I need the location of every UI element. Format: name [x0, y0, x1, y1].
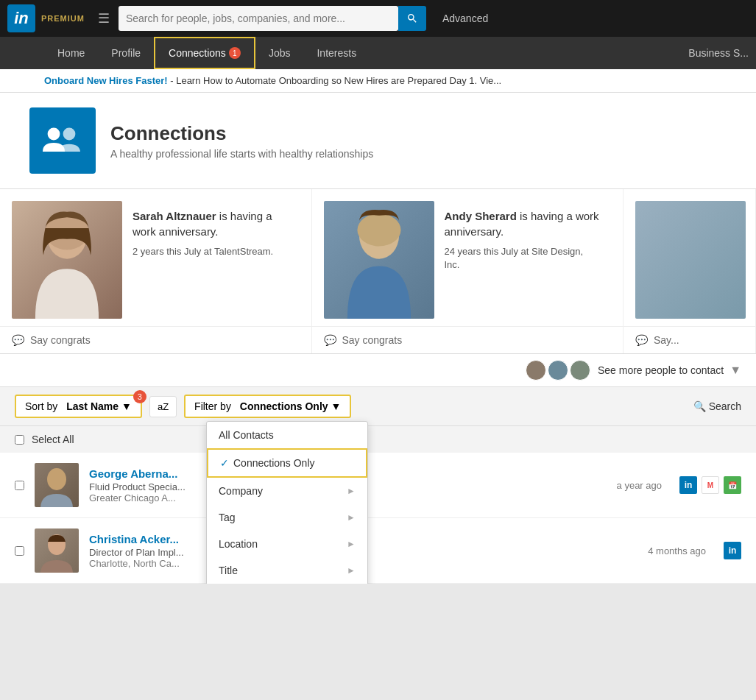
linkedin-logo-text: in	[14, 9, 29, 28]
george-silhouette	[35, 463, 79, 507]
contact-checkbox-2[interactable]	[15, 546, 24, 556]
svg-point-6	[47, 468, 66, 490]
andy-photo	[324, 201, 434, 319]
menu-item-title[interactable]: Title ►	[207, 557, 367, 584]
nav-connections[interactable]: Connections 1	[154, 37, 255, 69]
filter-label: Filter by	[194, 400, 231, 412]
christina-icons: in	[724, 542, 741, 559]
secondary-nav: Home Profile Connections 1 Jobs Interest…	[0, 37, 756, 69]
connections-title: Connections	[110, 122, 373, 145]
svg-point-0	[48, 128, 60, 141]
george-time: a year ago	[617, 480, 662, 491]
linkedin-logo: in	[7, 4, 35, 32]
top-nav: in PREMIUM ☰ Advanced	[0, 0, 756, 37]
premium-label: PREMIUM	[41, 14, 85, 23]
connections-subtitle: A healthy professional life starts with …	[110, 148, 373, 160]
select-all-label[interactable]: Select All	[32, 434, 74, 445]
sort-value: Last Name	[66, 400, 119, 412]
filter-button[interactable]: Filter by Connections Only ▼	[184, 395, 351, 418]
menu-item-company[interactable]: Company ►	[207, 478, 367, 504]
chat-icon-2: 💬	[324, 334, 336, 346]
search-icon-2: 🔍	[693, 400, 706, 412]
chat-icon: 💬	[12, 334, 24, 346]
submenu-arrow-tag: ►	[347, 512, 356, 523]
svg-point-5	[357, 213, 400, 246]
anniversary-card-3: 💬 Say...	[623, 189, 756, 353]
anniversary-card-1: Sarah Altznauer is having a work anniver…	[0, 189, 312, 353]
select-all-checkbox[interactable]	[15, 435, 24, 445]
check-icon: ✓	[220, 457, 229, 469]
mini-avatar-3	[570, 360, 590, 381]
search-button[interactable]	[398, 6, 426, 31]
connections-people-icon	[40, 119, 85, 163]
george-photo	[35, 463, 79, 507]
gmail-icon-george[interactable]: M	[702, 476, 719, 494]
linkedin-icon-christina[interactable]: in	[724, 542, 741, 559]
menu-item-all-contacts[interactable]: All Contacts	[207, 422, 367, 448]
third-congrats-button[interactable]: 💬 Say...	[623, 326, 755, 353]
filter-bar: Sort by Last Name ▼ 3 aZ Filter by Conne…	[0, 387, 756, 426]
andy-detail: 24 years this July at Site Design, Inc.	[445, 245, 601, 272]
contact-row: Christina Acker... Director of Plan Impl…	[0, 518, 756, 584]
connections-header: Connections A healthy professional life …	[0, 93, 756, 189]
anniversary-card-2: Andy Sherard is having a work anniversar…	[312, 189, 624, 353]
sarah-detail: 2 years this July at TalentStream.	[133, 245, 289, 258]
andy-congrats-button[interactable]: 💬 Say congrats	[312, 326, 623, 353]
promo-link[interactable]: Onboard New Hires Faster!	[44, 75, 168, 86]
contact-row: George Aberna... Fluid Product Specia...…	[0, 453, 756, 518]
advanced-button[interactable]: Advanced	[434, 13, 497, 24]
see-more-avatars	[526, 360, 590, 381]
connections-badge: 1	[229, 47, 241, 59]
andy-name: Andy Sherard	[445, 210, 517, 222]
sort-dropdown-arrow: ▼	[121, 400, 132, 412]
nav-interests[interactable]: Interests	[303, 37, 370, 69]
filter-dropdown-arrow: ▼	[331, 400, 342, 412]
third-photo	[635, 201, 746, 319]
chat-icon-3: 💬	[635, 334, 648, 346]
submenu-arrow-location: ►	[347, 539, 356, 549]
search-icon	[406, 13, 418, 24]
sort-badge: 3	[133, 390, 146, 403]
addressbook-icon-george[interactable]: 📅	[724, 476, 741, 494]
search-input[interactable]	[119, 6, 398, 31]
contacts-list-header: Select All	[0, 426, 756, 453]
mini-avatar-2	[548, 360, 568, 381]
az-sort-button[interactable]: aZ	[149, 396, 177, 417]
linkedin-icon-george[interactable]: in	[679, 476, 697, 494]
sarah-photo	[12, 201, 122, 319]
connections-icon	[29, 107, 96, 174]
nav-profile[interactable]: Profile	[98, 37, 154, 69]
filter-value: Connections Only	[240, 400, 328, 412]
promo-banner: Onboard New Hires Faster! - Learn How to…	[0, 69, 756, 93]
anniversary-section: Sarah Altznauer is having a work anniver…	[0, 189, 756, 354]
submenu-arrow-title: ►	[347, 565, 356, 576]
sort-label: Sort by	[25, 400, 57, 412]
chevron-down-icon: ▼	[729, 364, 741, 377]
promo-text: - Learn How to Automate Onboarding so Ne…	[170, 75, 501, 86]
filter-dropdown-menu: All Contacts ✓Connections Only Company ►…	[206, 421, 368, 584]
christina-silhouette	[35, 528, 79, 573]
nav-jobs[interactable]: Jobs	[255, 37, 304, 69]
svg-point-1	[63, 128, 76, 141]
sort-button[interactable]: Sort by Last Name ▼ 3	[15, 395, 142, 418]
mini-avatar-1	[526, 360, 546, 381]
menu-item-tag[interactable]: Tag ►	[207, 504, 367, 531]
sarah-silhouette	[12, 201, 122, 319]
andy-silhouette	[324, 201, 434, 319]
submenu-arrow-company: ►	[347, 486, 356, 496]
menu-item-connections-only[interactable]: ✓Connections Only	[207, 448, 367, 478]
see-more-text[interactable]: See more people to contact	[598, 364, 724, 376]
sarah-name: Sarah Altznauer	[133, 210, 216, 222]
menu-icon[interactable]: ☰	[98, 10, 110, 26]
nav-business[interactable]: Business S...	[688, 47, 756, 59]
menu-item-location[interactable]: Location ►	[207, 531, 367, 557]
search-link[interactable]: 🔍 Search	[693, 400, 741, 412]
christina-photo	[35, 528, 79, 573]
sarah-congrats-button[interactable]: 💬 Say congrats	[0, 326, 311, 353]
see-more-bar: See more people to contact ▼	[0, 354, 756, 387]
contact-checkbox-1[interactable]	[15, 481, 24, 490]
nav-home[interactable]: Home	[44, 37, 98, 69]
george-icons: in M 📅	[679, 476, 741, 494]
christina-time: 4 months ago	[648, 545, 706, 556]
